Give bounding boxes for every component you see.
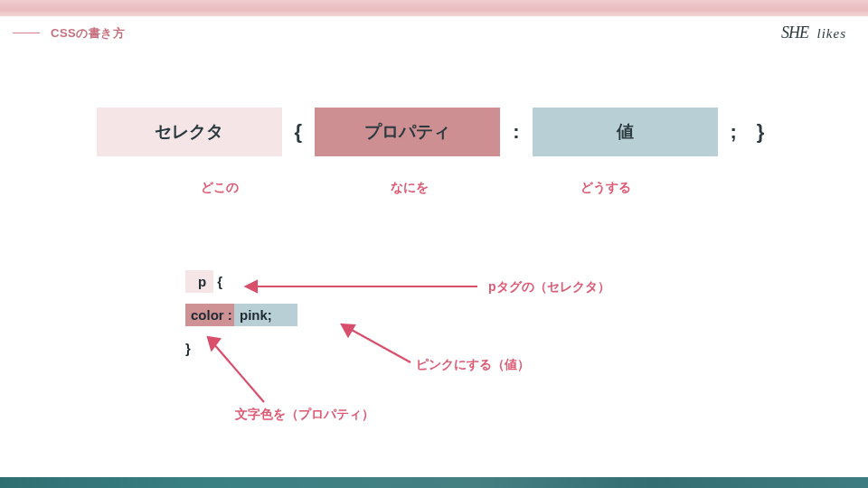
- top-decor-bar: [0, 0, 868, 16]
- arrow-value-icon: [333, 319, 414, 369]
- page-title: CSSの書き方: [51, 25, 125, 42]
- arrow-property-icon: [199, 330, 271, 407]
- brand-she: SHE: [781, 23, 808, 42]
- bottom-decor-bar: [0, 477, 868, 488]
- brand-likes: likes: [817, 26, 847, 41]
- code-brace-open: {: [213, 274, 222, 289]
- label-property: なにを: [391, 180, 429, 196]
- header-left: CSSの書き方: [22, 25, 125, 42]
- property-box: プロパティ: [315, 108, 500, 156]
- label-value: どうする: [580, 180, 631, 196]
- brace-open: {: [288, 120, 310, 144]
- code-property-hl: color :: [185, 304, 234, 326]
- code-value-hl: pink;: [234, 304, 297, 326]
- css-syntax-row: セレクタ { プロパティ : 値 ; }: [0, 108, 868, 156]
- semicolon: ;: [723, 120, 744, 144]
- annotation-property: 文字色を（プロパティ）: [235, 407, 374, 423]
- brace-close: }: [750, 120, 772, 144]
- code-selector-hl: p: [185, 270, 213, 293]
- colon: :: [505, 120, 526, 144]
- label-selector: どこの: [201, 180, 239, 196]
- header-line-decor: [13, 33, 40, 33]
- code-line-2: color : pink;: [185, 307, 297, 323]
- header: CSSの書き方 SHE likes: [0, 16, 868, 42]
- value-box: 値: [533, 108, 718, 156]
- selector-box: セレクタ: [97, 108, 282, 156]
- syntax-labels-row: どこの なにを どうする: [0, 180, 868, 196]
- annotation-value: ピンクにする（値）: [416, 357, 530, 373]
- svg-marker-1: [246, 281, 257, 292]
- svg-marker-3: [342, 324, 354, 336]
- annotation-selector: pタグの（セレクタ）: [488, 279, 610, 296]
- svg-line-4: [208, 337, 264, 402]
- brand-logo: SHE likes: [781, 23, 846, 42]
- arrow-selector-icon: [233, 276, 482, 297]
